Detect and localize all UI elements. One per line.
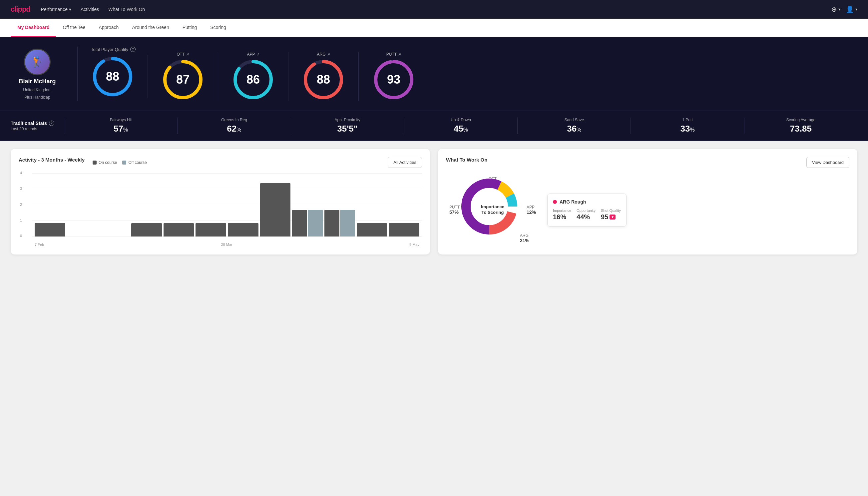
chevron-down-icon: ▾: [69, 7, 71, 12]
logo[interactable]: clippd: [11, 5, 30, 14]
app-arrow: ↗: [256, 52, 259, 57]
tab-putting[interactable]: Putting: [176, 19, 204, 37]
stat-value: 62%: [227, 124, 241, 134]
info-opportunity-value: 44%: [577, 213, 596, 221]
bar-group-6: [228, 223, 258, 236]
x-label-feb: 7 Feb: [35, 243, 44, 247]
putt-arrow: ↗: [398, 52, 401, 57]
bar-on-3: [131, 223, 162, 236]
arg-label: ARG ↗: [317, 52, 330, 57]
player-name: Blair McHarg: [19, 78, 56, 85]
bar-group-4: [163, 223, 194, 236]
bars-container: [32, 173, 422, 236]
bar-group-0: [35, 223, 65, 236]
stat-greens-in-reg: Greens In Reg 62%: [177, 118, 290, 134]
activity-chart-card: Activity - 3 Months - Weekly On course O…: [11, 149, 430, 254]
hero-section: 🏌️ Blair McHarg United Kingdom Plus Hand…: [0, 37, 868, 111]
legend-off-course: Off course: [122, 160, 146, 165]
bar-on-9: [325, 210, 340, 236]
nav-links: Performance ▾ Activities What To Work On: [41, 7, 821, 12]
score-rings: 88 OTT ↗ 87 APP: [91, 52, 857, 101]
bar-on-6: [228, 223, 258, 236]
stat-value: 57%: [114, 124, 128, 134]
x-labels: 7 Feb 28 Mar 9 May: [32, 243, 422, 247]
divider: [77, 47, 78, 101]
traditional-stats: Traditional Stats ? Last 20 rounds Fairw…: [0, 111, 868, 141]
bar-on-11: [389, 223, 419, 236]
app-ext-label: APP 12%: [526, 205, 536, 215]
trad-stats-label: Traditional Stats ?: [11, 121, 64, 126]
user-icon: 👤: [846, 5, 854, 13]
bar-off-8: [308, 210, 323, 236]
trad-help-icon[interactable]: ?: [49, 121, 54, 126]
ring-app: 86: [232, 58, 275, 101]
bar-on-7: [260, 183, 291, 236]
activity-chart-area: 4 3 2 1 0 7 Feb 28 Mar 9 May: [19, 173, 422, 247]
chevron-down-icon: ▾: [855, 7, 857, 12]
bar-on-4: [163, 223, 194, 236]
ott-arrow: ↗: [186, 52, 189, 57]
stat-up-down: Up & Down 45%: [404, 118, 517, 134]
arg-arrow: ↗: [327, 52, 330, 57]
work-on-title: What To Work On: [446, 157, 487, 162]
info-importance-value: 16%: [553, 213, 571, 221]
all-activities-button[interactable]: All Activities: [388, 157, 422, 168]
stat-1-putt: 1 Putt 33%: [631, 118, 744, 134]
tab-my-dashboard[interactable]: My Dashboard: [11, 19, 56, 37]
stat-scoring-average: Scoring Average 73.85: [744, 118, 857, 134]
nav-what-to-work-on[interactable]: What To Work On: [108, 7, 145, 12]
bar-group-11: [389, 223, 419, 236]
putt-score-value: 93: [387, 73, 400, 87]
nav-performance[interactable]: Performance ▾: [41, 7, 71, 12]
legend-on-course: On course: [93, 160, 117, 165]
player-handicap: Plus Handicap: [24, 95, 50, 99]
ott-score-ring: OTT ↗ 87: [148, 52, 218, 101]
top-nav: clippd Performance ▾ Activities What To …: [0, 0, 868, 19]
stat-value: 36%: [567, 124, 581, 134]
tab-scoring[interactable]: Scoring: [204, 19, 233, 37]
stat-value: 35'5": [337, 124, 358, 134]
info-card-title: ARG Rough: [553, 199, 621, 204]
info-shot-quality-value: 95 ▼: [601, 213, 621, 221]
stat-sand-save: Sand Save 36%: [517, 118, 631, 134]
plus-circle-icon: ⊕: [831, 5, 837, 13]
chevron-down-icon: ▾: [838, 7, 840, 12]
bar-group-2: [99, 236, 129, 236]
tab-around-the-green[interactable]: Around the Green: [125, 19, 175, 37]
app-score-ring: APP ↗ 86: [218, 52, 288, 101]
player-info: 🏌️ Blair McHarg United Kingdom Plus Hand…: [11, 49, 64, 99]
info-shot-quality: Shot Quality 95 ▼: [601, 208, 621, 221]
avatar: 🏌️: [24, 49, 51, 75]
activity-chart-title: Activity - 3 Months - Weekly: [19, 157, 84, 162]
ring-putt: 93: [372, 58, 415, 101]
view-dashboard-button[interactable]: View Dashboard: [806, 157, 849, 168]
bar-group-10: [357, 223, 388, 236]
info-metrics: Importance 16% Opportunity 44% Shot Qual…: [553, 208, 621, 221]
bar-group-7: [260, 183, 291, 236]
help-icon[interactable]: ?: [130, 47, 136, 52]
main-score-ring: 88: [91, 55, 148, 98]
info-importance: Importance 16%: [553, 208, 571, 221]
bar-group-1: [67, 236, 98, 236]
app-label: APP ↗: [247, 52, 259, 57]
info-opportunity: Opportunity 44%: [577, 208, 596, 221]
ott-score-value: 87: [176, 73, 190, 87]
tab-off-the-tee[interactable]: Off the Tee: [56, 19, 92, 37]
user-menu[interactable]: 👤 ▾: [846, 5, 857, 13]
work-on-card: What To Work On View Dashboard OTT 10% A…: [438, 149, 857, 254]
putt-ext-label: PUTT 57%: [449, 205, 460, 215]
stat-value: 73.85: [790, 124, 812, 134]
x-label-mar: 28 Mar: [221, 243, 232, 247]
arg-score-ring: ARG ↗ 88: [288, 52, 359, 101]
bar-on-0: [35, 223, 65, 236]
tab-approach[interactable]: Approach: [92, 19, 125, 37]
bar-group-3: [131, 223, 162, 236]
donut-section: OTT 10% APP 12% ARG 21% PUTT 57%: [446, 173, 849, 247]
scores-section: Total Player Quality ? 88 OTT ↗: [91, 47, 857, 101]
nav-activities[interactable]: Activities: [81, 7, 99, 12]
work-on-header: What To Work On View Dashboard: [446, 157, 849, 168]
down-badge: ▼: [610, 215, 616, 219]
ring-ott: 87: [161, 58, 205, 101]
add-button[interactable]: ⊕ ▾: [831, 5, 840, 13]
putt-score-ring: PUTT ↗ 93: [359, 52, 429, 101]
